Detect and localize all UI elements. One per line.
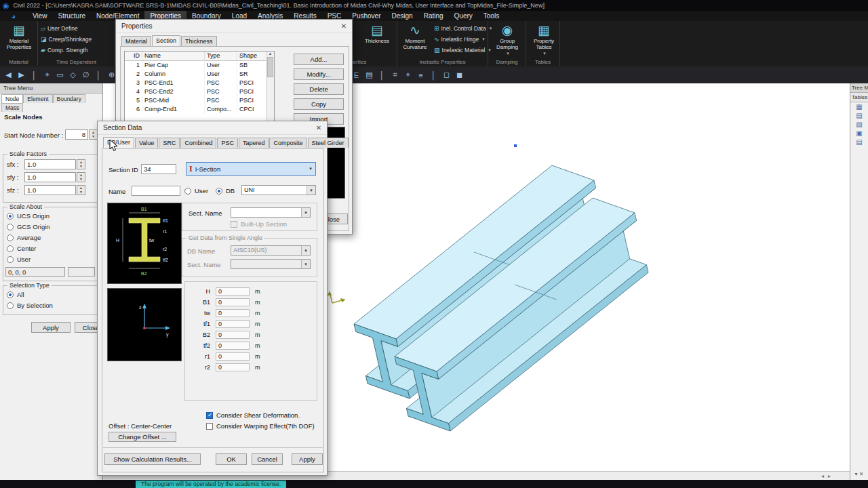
toolbar-icon[interactable]: ▶ <box>15 68 28 82</box>
sect-name-combo[interactable] <box>231 207 311 218</box>
param-tw-input[interactable]: 0 <box>216 309 250 317</box>
cancel-button[interactable]: Cancel <box>252 453 283 465</box>
property-tables-button[interactable]: ▦ Property Tables <box>526 23 561 56</box>
menu-item[interactable]: Query <box>449 11 478 21</box>
section-list-row[interactable]: 1Pier CapUserSB <box>125 61 274 70</box>
toolbar-icon[interactable]: │ <box>427 68 440 82</box>
tables-tree-item[interactable]: ▤ <box>850 120 868 129</box>
radio-ucs-origin[interactable]: UCS Origin <box>7 212 50 220</box>
radio-gcs-origin[interactable]: GCS Origin <box>7 223 50 230</box>
scale-about-coords[interactable]: 0, 0, 0 <box>5 267 65 277</box>
toolbar-icon[interactable]: ≡ <box>414 68 427 82</box>
toolbar-icon[interactable]: │ <box>376 68 389 82</box>
toolbar-icon[interactable]: ◇ <box>66 68 79 82</box>
param-tf2-input[interactable]: 0 <box>216 342 250 350</box>
copy-button[interactable]: Copy <box>294 98 344 110</box>
toolbar-icon[interactable]: ▤ <box>363 68 376 82</box>
radio-by-selection[interactable]: By Selection <box>7 302 53 309</box>
toolbar-icon[interactable]: ⌖ <box>401 68 414 82</box>
scroll-right-icon[interactable]: ▸ <box>828 473 831 479</box>
tables-tree-item[interactable]: ▦ <box>850 102 868 111</box>
coords-pick-button[interactable] <box>68 267 95 277</box>
tables-tree-item[interactable]: ▣ <box>850 129 868 138</box>
toolbar-icon[interactable]: ∅ <box>79 68 92 82</box>
section-data-close-icon[interactable]: ✕ <box>314 123 323 133</box>
radio-center[interactable]: Center <box>7 245 37 252</box>
apply-button-dialog[interactable]: Apply <box>292 453 323 465</box>
tab-tapered[interactable]: Tapered <box>239 138 269 148</box>
built-up-checkbox[interactable]: Built-Up Section <box>231 220 287 228</box>
tables-tree-item[interactable]: ▤ <box>850 111 868 120</box>
thickness-button[interactable]: ▤ Thickness <box>359 23 395 44</box>
param-b1-input[interactable]: 0 <box>216 298 250 306</box>
group-damping-button[interactable]: ◉ Group Damping <box>490 23 525 56</box>
inel-control-data-button[interactable]: ⊞ Inel. Control Data <box>434 24 492 33</box>
tab-node[interactable]: Node <box>1 94 23 103</box>
add-button[interactable]: Add... <box>294 54 344 65</box>
tab-mass[interactable]: Mass <box>1 103 23 112</box>
menu-item[interactable]: Tools <box>478 11 505 21</box>
section-list-row[interactable]: 3PSC-End1PSCPSCI <box>125 79 274 87</box>
toolbar-icon[interactable]: ◻ <box>440 68 453 82</box>
panel-close-icon[interactable]: ✕ <box>859 471 864 477</box>
tab-material[interactable]: Material <box>121 36 151 46</box>
tab-thickness[interactable]: Thickness <box>181 36 217 46</box>
ok-button[interactable]: OK <box>216 453 247 465</box>
toolbar-icon[interactable]: ▭ <box>54 68 66 82</box>
user-define-button[interactable]: ▱ User Define <box>41 24 78 33</box>
section-list-row[interactable]: 4PSC-End2PSCPSCI <box>125 87 274 96</box>
change-offset-button[interactable]: Change Offset ... <box>108 432 176 442</box>
tab-steel-girder[interactable]: Steel Girder <box>308 138 349 148</box>
param-tf1-input[interactable]: 0 <box>216 320 250 328</box>
sfx-input[interactable]: 1.0 <box>24 159 76 169</box>
section-id-input[interactable]: 34 <box>141 164 176 174</box>
param-h-input[interactable]: 0 <box>216 287 250 296</box>
material-properties-button[interactable]: ▦ Material Properties <box>1 23 37 50</box>
inelastic-hinge-button[interactable]: ∿ Inelastic Hinge <box>434 35 485 43</box>
delete-button[interactable]: Delete <box>294 83 344 95</box>
radio-all[interactable]: All <box>7 291 24 298</box>
sfy-spinner[interactable]: ▲▼ <box>77 172 85 182</box>
toolbar-icon[interactable]: ⌗ <box>389 68 401 82</box>
tab-value[interactable]: Value <box>135 138 158 148</box>
tab-src[interactable]: SRC <box>159 138 180 148</box>
db-standard-combo[interactable]: UNI <box>241 185 316 195</box>
param-r2-input[interactable]: 0 <box>216 363 250 371</box>
toolbar-icon[interactable]: │ <box>92 68 105 82</box>
menu-item[interactable]: Pushover <box>347 11 386 21</box>
sfy-input[interactable]: 1.0 <box>24 172 76 182</box>
tables-tree-item[interactable]: ▤ <box>850 138 868 146</box>
tab-composite[interactable]: Composite <box>269 138 307 148</box>
tab-combined[interactable]: Combined <box>180 138 216 148</box>
sfx-spinner[interactable]: ▲▼ <box>77 159 85 169</box>
toolbar-icon[interactable]: ⌖ <box>41 68 54 82</box>
toolbar-icon[interactable]: ◼ <box>453 68 466 82</box>
radio-average[interactable]: Average <box>7 234 41 241</box>
sfz-input[interactable]: 1.0 <box>24 185 76 195</box>
param-b2-input[interactable]: 0 <box>216 331 250 339</box>
section-list-row[interactable]: 6Comp-End1Compo...CPCI <box>125 105 274 114</box>
menu-item[interactable]: Structure <box>53 11 92 21</box>
creep-shrinkage-button[interactable]: ◪ Creep/Shrinkage <box>41 35 92 43</box>
menu-item[interactable]: View <box>27 11 53 21</box>
scroll-left-icon[interactable]: ◂ <box>821 473 824 479</box>
toolbar-icon[interactable]: ◀ <box>2 68 15 82</box>
properties-close-icon[interactable]: ✕ <box>339 22 349 31</box>
tables-header[interactable]: Tables <box>850 93 868 102</box>
section-shape-combo[interactable]: I I-Section ▾ <box>186 162 316 176</box>
db-name-combo[interactable]: AISC10(US) <box>231 245 311 256</box>
comp-strength-button[interactable]: ▰ Comp. Strength <box>41 45 87 54</box>
radio-db[interactable]: DB <box>216 187 235 195</box>
shear-deformation-checkbox[interactable]: Consider Shear Deformation. <box>206 411 300 419</box>
name-input[interactable] <box>132 186 180 196</box>
show-calculation-button[interactable]: Show Calculation Results... <box>104 453 201 465</box>
moment-curvature-button[interactable]: ∿ Moment Curvature <box>397 23 433 50</box>
tab-boundary[interactable]: Boundary <box>53 94 85 103</box>
param-r1-input[interactable]: 0 <box>216 352 250 361</box>
apply-button[interactable]: Apply <box>31 322 71 333</box>
tab-section[interactable]: Section <box>152 35 180 46</box>
section-list-row[interactable]: 5PSC-MidPSCPSCI <box>125 96 274 105</box>
section-list-row[interactable]: 2ColumnUserSR <box>125 70 274 79</box>
menu-item[interactable]: Design <box>387 11 418 21</box>
sfz-spinner[interactable]: ▲▼ <box>77 185 85 195</box>
